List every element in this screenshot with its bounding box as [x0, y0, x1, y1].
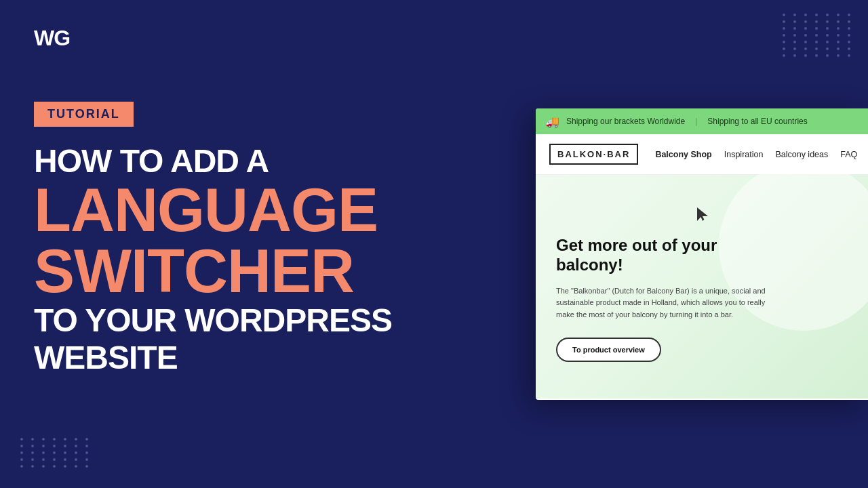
title-highlight1: LANGUAGE — [34, 180, 495, 241]
hero-description: The "Balkonbar" (Dutch for Balcony Bar) … — [556, 285, 780, 321]
decorative-dots-top-right — [783, 14, 854, 57]
nav-link-faq[interactable]: FAQ — [840, 150, 857, 159]
left-panel: WG TUTORIAL HOW TO ADD A LANGUAGE SWITCH… — [0, 0, 529, 488]
nav-link-inspiration[interactable]: Inspiration — [724, 150, 764, 159]
hero-cta-button[interactable]: To product overview — [556, 338, 661, 362]
hero-title: Get more out of your balcony! — [556, 236, 780, 275]
browser-hero: Get more out of your balcony! The "Balko… — [536, 175, 868, 399]
truck-icon: 🚚 — [546, 115, 559, 128]
browser-mockup: 🚚 Shipping our brackets Worldwide | Ship… — [536, 108, 868, 400]
main-title: HOW TO ADD A LANGUAGE SWITCHER TO YOUR W… — [34, 144, 495, 376]
title-line2: TO YOUR WORDPRESS — [34, 302, 495, 339]
browser-topbar: 🚚 Shipping our brackets Worldwide | Ship… — [536, 108, 868, 134]
topbar-text1: Shipping our brackets Worldwide — [566, 117, 685, 126]
title-line1: HOW TO ADD A — [34, 143, 269, 179]
balkon-bar-logo: BALKON·BAR — [549, 144, 638, 165]
topbar-text2: Shipping to all EU countries — [707, 117, 807, 126]
title-line3: WEBSITE — [34, 339, 495, 376]
nav-link-balcony-shop[interactable]: Balcony Shop — [655, 150, 711, 159]
wg-logo: WG — [34, 27, 88, 61]
tutorial-badge: TUTORIAL — [34, 102, 134, 127]
nav-links: Balcony Shop Inspiration Balcony ideas F… — [655, 150, 868, 159]
logo-text: WG — [34, 26, 70, 50]
title-highlight2: SWITCHER — [34, 241, 495, 302]
hero-content: Get more out of your balcony! The "Balko… — [556, 236, 780, 362]
nav-link-balcony-ideas[interactable]: Balcony ideas — [775, 150, 828, 159]
topbar-divider: | — [695, 117, 697, 126]
